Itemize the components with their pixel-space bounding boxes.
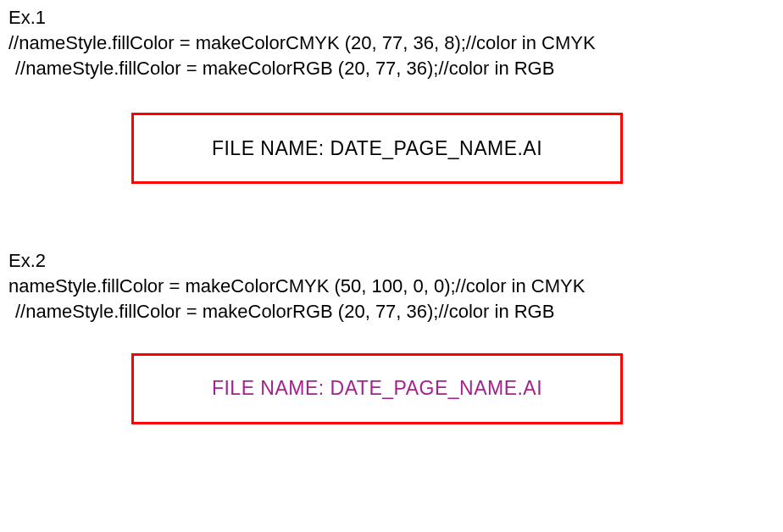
example-2-code-line-2: //nameStyle.fillColor = makeColorRGB (20… [8,299,775,324]
example-2-section: Ex.2 nameStyle.fillColor = makeColorCMYK… [8,250,775,424]
example-1-label: Ex.1 [8,7,775,29]
example-1-section: Ex.1 //nameStyle.fillColor = makeColorCM… [8,7,775,184]
example-2-label: Ex.2 [8,250,775,272]
example-1-output-box: FILE NAME: DATE_PAGE_NAME.AI [131,113,623,184]
example-1-output-text: FILE NAME: DATE_PAGE_NAME.AI [212,137,542,160]
example-2-output-text: FILE NAME: DATE_PAGE_NAME.AI [212,377,542,400]
section-gap [8,184,775,250]
example-1-code-line-1: //nameStyle.fillColor = makeColorCMYK (2… [8,30,775,56]
example-2-output-box: FILE NAME: DATE_PAGE_NAME.AI [131,353,623,424]
example-2-code-line-1: nameStyle.fillColor = makeColorCMYK (50,… [8,274,775,299]
example-1-code-line-2: //nameStyle.fillColor = makeColorRGB (20… [8,56,775,81]
